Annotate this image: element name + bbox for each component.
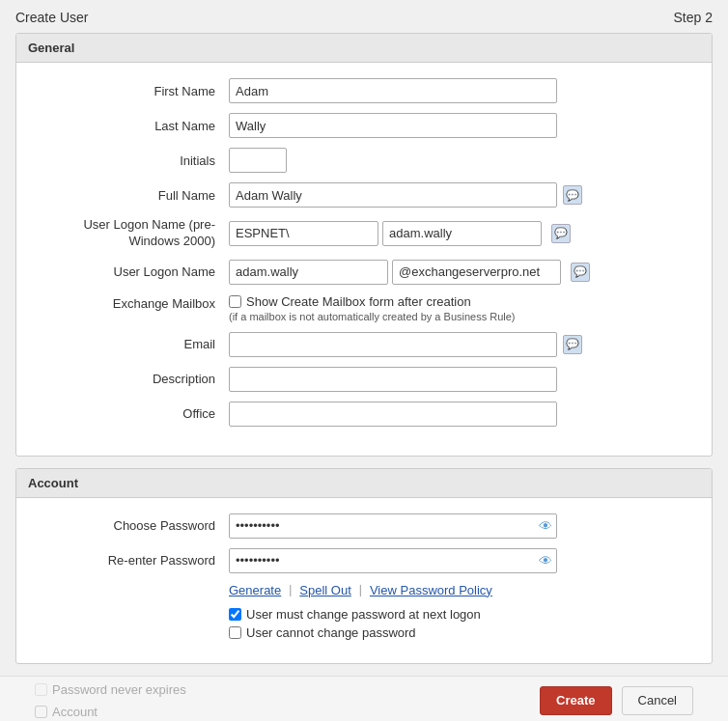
email-input[interactable]	[229, 332, 557, 357]
user-logon-pre-inputs: 💬	[229, 221, 571, 246]
never-expires-checkbox	[35, 683, 47, 696]
description-label: Description	[36, 372, 229, 386]
account-section: Account Choose Password 👁 Re-enter Passw…	[15, 468, 713, 664]
office-label: Office	[36, 406, 229, 421]
full-name-label: Full Name	[36, 188, 229, 203]
office-row: Office	[36, 402, 692, 427]
description-row: Description	[36, 367, 692, 392]
domain-input[interactable]	[229, 221, 378, 246]
reenter-password-label: Re-enter Password	[36, 553, 229, 568]
description-input[interactable]	[229, 367, 557, 392]
first-name-row: First Name	[36, 78, 692, 103]
logon-suffix-input[interactable]	[392, 260, 561, 285]
never-expires-row[interactable]: Password never expires	[35, 682, 530, 697]
full-name-row: Full Name 💬	[36, 182, 692, 208]
reenter-password-input[interactable]	[229, 548, 557, 573]
cancel-button[interactable]: Cancel	[622, 686, 693, 715]
full-name-comment-icon[interactable]: 💬	[563, 185, 582, 205]
exchange-row: Exchange Mailbox Show Create Mailbox for…	[36, 294, 692, 322]
view-policy-link[interactable]: View Password Policy	[370, 583, 492, 597]
account-section-header: Account	[16, 469, 712, 498]
cannot-change-row: User cannot change password	[36, 625, 692, 640]
email-comment-icon[interactable]: 💬	[563, 335, 582, 354]
bottom-checkboxes: Password never expires Account	[35, 682, 530, 719]
account-section-body: Choose Password 👁 Re-enter Password 👁 Ge…	[16, 498, 712, 663]
user-logon-label: User Logon Name	[36, 264, 229, 279]
last-name-row: Last Name	[36, 113, 692, 138]
exchange-right: Show Create Mailbox form after creation …	[229, 294, 516, 322]
initials-label: Initials	[36, 153, 229, 168]
must-change-checkbox[interactable]	[229, 608, 241, 621]
cannot-change-label[interactable]: User cannot change password	[229, 625, 416, 640]
choose-password-wrap: 👁	[229, 513, 557, 539]
exchange-checkbox-label[interactable]: Show Create Mailbox form after creation	[229, 294, 516, 309]
email-label: Email	[36, 337, 229, 351]
user-logon-inputs: 💬	[229, 260, 590, 285]
must-change-row: User must change password at next logon	[36, 607, 692, 622]
generate-link[interactable]: Generate	[229, 583, 281, 597]
must-change-label[interactable]: User must change password at next logon	[229, 607, 481, 622]
logon-comment-icon[interactable]: 💬	[571, 263, 590, 282]
password-links-row: Generate | Spell Out | View Password Pol…	[36, 583, 692, 597]
reenter-password-row: Re-enter Password 👁	[36, 548, 692, 573]
initials-input[interactable]	[229, 148, 287, 173]
bottom-bar: Password never expires Account Create Ca…	[0, 676, 728, 721]
general-section-body: First Name Last Name Initials Full Name …	[16, 63, 712, 456]
last-name-input[interactable]	[229, 113, 557, 138]
exchange-label: Exchange Mailbox	[36, 294, 229, 311]
account-checkbox	[35, 706, 47, 718]
choose-password-eye-icon[interactable]: 👁	[539, 519, 552, 533]
choose-password-label: Choose Password	[36, 518, 229, 533]
reenter-password-eye-icon[interactable]: 👁	[539, 554, 552, 568]
full-name-input[interactable]	[229, 182, 557, 208]
first-name-input[interactable]	[229, 78, 557, 103]
logon-pre-input[interactable]	[382, 221, 542, 246]
step-label: Step 2	[674, 10, 713, 25]
choose-password-input[interactable]	[229, 513, 557, 539]
spell-out-link[interactable]: Spell Out	[299, 583, 350, 597]
user-logon-pre-label: User Logon Name (pre-Windows 2000)	[36, 217, 229, 250]
exchange-checkbox[interactable]	[229, 295, 241, 308]
exchange-note: (if a mailbox is not automatically creat…	[229, 311, 516, 322]
user-logon-row: User Logon Name 💬	[36, 260, 692, 285]
create-button[interactable]: Create	[540, 686, 611, 715]
first-name-label: First Name	[36, 84, 229, 98]
office-input[interactable]	[229, 402, 557, 427]
user-logon-pre-row: User Logon Name (pre-Windows 2000) 💬	[36, 217, 692, 250]
separator2: |	[359, 583, 362, 596]
general-section-header: General	[16, 34, 712, 63]
page-title: Create User	[15, 10, 88, 25]
cannot-change-checkbox[interactable]	[229, 626, 241, 639]
separator1: |	[289, 583, 292, 596]
initials-row: Initials	[36, 148, 692, 173]
reenter-password-wrap: 👁	[229, 548, 557, 573]
email-row: Email 💬	[36, 332, 692, 357]
account-check-row[interactable]: Account	[35, 705, 530, 719]
logon-input[interactable]	[229, 260, 388, 285]
page-header: Create User Step 2	[0, 0, 728, 33]
last-name-label: Last Name	[36, 119, 229, 133]
choose-password-row: Choose Password 👁	[36, 513, 692, 539]
general-section: General First Name Last Name Initials Fu…	[15, 33, 713, 457]
logon-pre-comment-icon[interactable]: 💬	[551, 224, 571, 243]
